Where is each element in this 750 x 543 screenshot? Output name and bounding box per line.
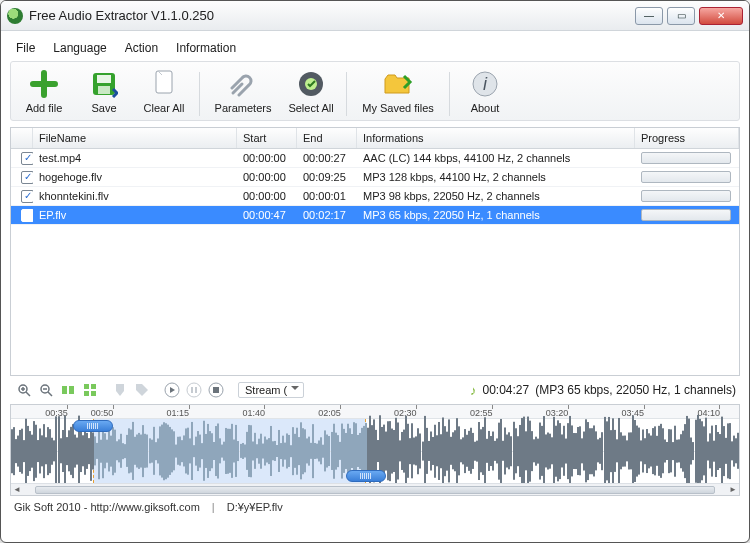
col-filename[interactable]: FileName [33,128,237,148]
table-row[interactable]: khonntekini.flv00:00:0000:00:01MP3 98 kb… [11,187,739,206]
cell-start: 00:00:47 [237,207,297,223]
menubar: File Language Action Information [10,37,740,61]
app-icon [7,8,23,24]
scroll-thumb[interactable] [35,486,715,494]
cell-end: 00:00:01 [297,188,357,204]
tag-icon[interactable] [132,380,152,400]
cell-info: MP3 65 kbps, 22050 Hz, 1 channels [357,207,635,223]
cell-start: 00:00:00 [237,188,297,204]
svg-rect-11 [69,386,74,394]
grid-body: test.mp400:00:0000:00:27AAC (LC) 144 kbp… [11,149,739,225]
zoom-out-icon[interactable] [36,380,56,400]
file-grid: FileName Start End Informations Progress… [10,127,740,376]
cell-info: MP3 98 kbps, 22050 Hz, 2 channels [357,188,635,204]
svg-rect-12 [84,384,89,389]
wave-toolbar: Stream ( ♪ 00:04:27 (MP3 65 kbps, 22050 … [10,376,740,404]
wave-codec: (MP3 65 kbps, 22050 Hz, 1 channels) [535,383,736,397]
titlebar[interactable]: Free Audio Extractor V1.1.0.250 — ▭ ✕ [1,1,749,31]
app-window: Free Audio Extractor V1.1.0.250 — ▭ ✕ Fi… [0,0,750,543]
menu-action[interactable]: Action [125,41,158,55]
table-row[interactable]: EP.flv00:00:4700:02:17MP3 65 kbps, 22050… [11,206,739,225]
scroll-right-icon[interactable]: ► [727,484,739,496]
progress-bar [641,190,731,202]
music-note-icon: ♪ [470,383,477,398]
menu-information[interactable]: Information [176,41,236,55]
toolbar: Add file Save Clear All Parameters [10,61,740,121]
cell-info: AAC (LC) 144 kbps, 44100 Hz, 2 channels [357,150,635,166]
table-row[interactable]: hogehoge.flv00:00:0000:09:25MP3 128 kbps… [11,168,739,187]
col-progress[interactable]: Progress [635,128,739,148]
zoom-sel-icon[interactable] [58,380,78,400]
grid-header: FileName Start End Informations Progress [11,128,739,149]
cell-filename: khonntekini.flv [33,188,237,204]
close-button[interactable]: ✕ [699,7,743,25]
statusbar: Gik Soft 2010 - http://www.giksoft.com |… [10,496,740,518]
add-file-button[interactable]: Add file [17,66,71,116]
clear-icon [148,68,180,100]
cell-end: 00:02:17 [297,207,357,223]
menu-language[interactable]: Language [53,41,106,55]
zoom-fit-icon[interactable] [80,380,100,400]
toolbar-separator [449,72,450,116]
toolbar-separator [346,72,347,116]
selection-end-handle[interactable] [346,470,386,482]
wave-duration: 00:04:27 [483,383,530,397]
my-saved-button[interactable]: My Saved files [355,66,441,116]
cell-start: 00:00:00 [237,169,297,185]
folder-icon [382,68,414,100]
cell-start: 00:00:00 [237,150,297,166]
save-icon [88,68,120,100]
info-icon: i [469,68,501,100]
about-button[interactable]: i About [458,66,512,116]
svg-rect-2 [98,86,110,94]
cell-end: 00:09:25 [297,169,357,185]
play-button[interactable] [162,380,182,400]
col-start[interactable]: Start [237,128,297,148]
status-left: Gik Soft 2010 - http://www.giksoft.com [14,501,200,513]
col-info[interactable]: Informations [357,128,635,148]
menu-file[interactable]: File [16,41,35,55]
svg-rect-19 [213,387,219,393]
select-all-button[interactable]: Select All [284,66,338,116]
svg-rect-3 [156,71,172,93]
svg-rect-15 [91,391,96,396]
add-icon [28,68,60,100]
progress-bar [641,209,731,221]
status-filepath: D:¥y¥EP.flv [227,501,283,513]
cell-end: 00:00:27 [297,150,357,166]
progress-bar [641,171,731,183]
table-row[interactable]: test.mp400:00:0000:00:27AAC (LC) 144 kbp… [11,149,739,168]
window-title: Free Audio Extractor V1.1.0.250 [29,8,635,23]
stream-dropdown[interactable]: Stream ( [238,382,304,398]
cell-filename: EP.flv [33,207,237,223]
clear-all-button[interactable]: Clear All [137,66,191,116]
cell-filename: hogehoge.flv [33,169,237,185]
horizontal-scrollbar[interactable]: ◄ ► [11,483,739,495]
select-all-icon [295,68,327,100]
svg-rect-14 [84,391,89,396]
svg-rect-13 [91,384,96,389]
col-end[interactable]: End [297,128,357,148]
selection-start-handle[interactable] [73,420,113,432]
marker-icon[interactable] [110,380,130,400]
cell-info: MP3 128 kbps, 44100 Hz, 2 channels [357,169,635,185]
row-checkbox[interactable] [21,209,33,222]
progress-bar [641,152,731,164]
row-checkbox[interactable] [21,171,33,184]
time-ruler: 00:3500:5001:1501:4002:0502:3002:5503:20… [11,405,739,419]
svg-rect-10 [62,386,67,394]
maximize-button[interactable]: ▭ [667,7,695,25]
stop-button[interactable] [206,380,226,400]
minimize-button[interactable]: — [635,7,663,25]
save-button[interactable]: Save [77,66,131,116]
svg-rect-1 [97,75,111,83]
toolbar-separator [199,72,200,116]
waveform[interactable]: 00:3500:5001:1501:4002:0502:3002:5503:20… [10,404,740,496]
row-checkbox[interactable] [21,152,33,165]
row-checkbox[interactable] [21,190,33,203]
wrench-icon [227,68,259,100]
parameters-button[interactable]: Parameters [208,66,278,116]
zoom-in-icon[interactable] [14,380,34,400]
pause-button[interactable] [184,380,204,400]
scroll-left-icon[interactable]: ◄ [11,484,23,496]
